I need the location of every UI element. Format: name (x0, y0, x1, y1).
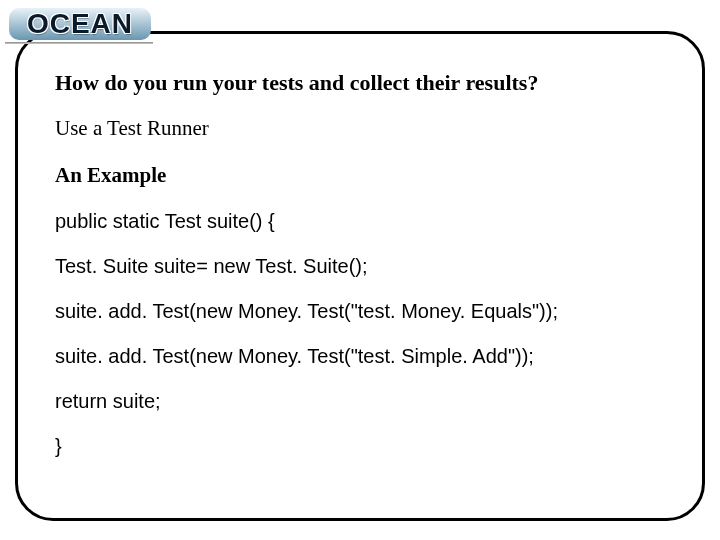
logo: OCEAN (5, 4, 155, 44)
slide-frame (15, 31, 705, 521)
logo-inner: OCEAN (9, 8, 151, 40)
logo-underline (5, 42, 153, 44)
logo-text: OCEAN (27, 8, 133, 40)
